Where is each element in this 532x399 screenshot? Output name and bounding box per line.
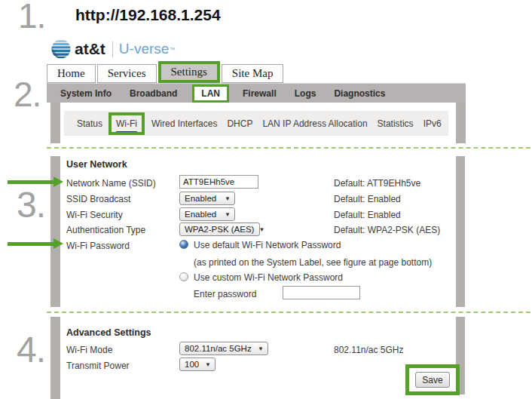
save-button[interactable]: Save <box>415 372 450 388</box>
tutorial-screenshot: 1. 2. 3. 4. http://192.168.1.254 at&t U-… <box>0 0 532 399</box>
page-edge-right <box>456 156 465 307</box>
wifi-mode-select[interactable]: 802.11n/ac 5GHz ▼ <box>179 342 268 355</box>
trademark-symbol: ™ <box>170 47 175 52</box>
step-number-1: 1. <box>18 0 45 36</box>
transmit-power-select[interactable]: 100 ▼ <box>179 358 216 371</box>
wifi-mode-default: 802.11n/ac 5GHz <box>334 345 404 355</box>
subnav-wifi-label: Wi-Fi <box>116 118 137 132</box>
nav-firewall[interactable]: Firewall <box>243 88 277 99</box>
wifi-security-select[interactable]: Enabled ▼ <box>179 207 235 221</box>
step-number-3: 3. <box>17 184 45 226</box>
transmit-power-value: 100 <box>185 360 199 369</box>
att-wordmark: at&t <box>75 40 105 58</box>
wifi-password-label: Wi-Fi Password <box>66 241 130 251</box>
network-name-label: Network Name (SSID) <box>66 178 156 189</box>
lan-subnav-strip: Status Wi-Fi Wired Interfaces DHCP LAN I… <box>64 111 448 136</box>
att-globe-icon <box>51 39 71 59</box>
tab-home[interactable]: Home <box>47 64 96 83</box>
page-edge-left <box>50 317 60 399</box>
auth-type-default: Default: WPA2-PSK (AES) <box>334 225 440 235</box>
subnav-statistics[interactable]: Statistics <box>378 118 414 129</box>
default-password-note: (as printed on the System Label, see fig… <box>194 257 432 268</box>
wifi-mode-value: 802.11n/ac 5GHz <box>185 344 252 353</box>
subnav-ipv6[interactable]: IPv6 <box>423 118 442 129</box>
nav-lan[interactable]: LAN <box>192 84 229 103</box>
subnav-lan-ip-allocation[interactable]: LAN IP Address Allocation <box>262 118 367 129</box>
router-address-text: http://192.168.1.254 <box>75 6 221 24</box>
tab-sitemap[interactable]: Site Map <box>222 64 284 83</box>
subnav-wired-interfaces[interactable]: Wired Interfaces <box>151 118 217 129</box>
uverse-wordmark: U-verse <box>119 41 170 57</box>
callout-arrow-password-icon <box>8 242 54 246</box>
chevron-down-icon: ▼ <box>258 345 264 352</box>
transmit-power-label: Transmit Power <box>66 361 130 371</box>
ssid-broadcast-label: SSID Broadcast <box>66 194 130 204</box>
chevron-down-icon: ▼ <box>258 226 264 233</box>
callout-arrow-ssid-icon <box>8 180 54 184</box>
ssid-broadcast-value: Enabled <box>185 194 216 203</box>
step-number-2: 2. <box>14 74 41 115</box>
dashed-divider <box>47 147 530 149</box>
advanced-settings-title: Advanced Settings <box>66 327 151 338</box>
ssid-broadcast-default: Default: Enabled <box>334 194 401 204</box>
dashed-divider <box>47 312 530 313</box>
nav-system-info[interactable]: System Info <box>60 88 112 99</box>
radio-default-password-label: Use default Wi-Fi Network Password <box>194 240 341 250</box>
network-name-input[interactable] <box>179 175 258 189</box>
logo-divider <box>112 41 113 57</box>
nav-diagnostics[interactable]: Diagnostics <box>334 88 385 99</box>
ssid-broadcast-select[interactable]: Enabled ▼ <box>179 192 235 205</box>
radio-default-password[interactable] <box>179 240 188 249</box>
wifi-security-value: Enabled <box>185 210 216 219</box>
network-name-default: Default: ATT9EHh5ve <box>334 178 420 189</box>
radio-custom-password[interactable] <box>179 272 188 281</box>
wifi-security-default: Default: Enabled <box>334 210 401 220</box>
nav-broadband[interactable]: Broadband <box>130 88 177 99</box>
secondary-nav-bar: System Info Broadband LAN Firewall Logs … <box>47 83 466 103</box>
tab-services[interactable]: Services <box>97 64 157 83</box>
user-network-title: User Network <box>66 159 127 170</box>
subnav-wifi[interactable]: Wi-Fi <box>109 112 145 135</box>
wifi-security-label: Wi-Fi Security <box>66 210 123 220</box>
page-edge-right <box>456 103 466 143</box>
enter-password-input[interactable] <box>283 286 360 299</box>
primary-tab-bar: Home Services Settings Site Map <box>47 63 285 83</box>
att-uverse-logo: at&t U-verse ™ <box>51 39 175 59</box>
wifi-mode-label: Wi-Fi Mode <box>66 345 112 355</box>
auth-type-label: Authentication Type <box>66 225 145 235</box>
radio-custom-password-label: Use custom Wi-Fi Network Password <box>194 272 343 283</box>
auth-type-value: WPA2-PSK (AES) <box>185 225 254 234</box>
page-edge-left <box>50 103 60 143</box>
chevron-down-icon: ▼ <box>225 211 231 218</box>
chevron-down-icon: ▼ <box>205 361 211 368</box>
nav-logs[interactable]: Logs <box>295 88 316 99</box>
chevron-down-icon: ▼ <box>225 195 231 202</box>
subnav-dhcp[interactable]: DHCP <box>227 118 252 129</box>
auth-type-select[interactable]: WPA2-PSK (AES) ▼ <box>179 223 260 236</box>
tab-settings[interactable]: Settings <box>158 61 220 83</box>
enter-password-label: Enter password <box>194 289 256 299</box>
step-number-4: 4. <box>17 329 45 370</box>
save-highlight-box: Save <box>405 364 460 395</box>
subnav-status[interactable]: Status <box>77 118 102 129</box>
